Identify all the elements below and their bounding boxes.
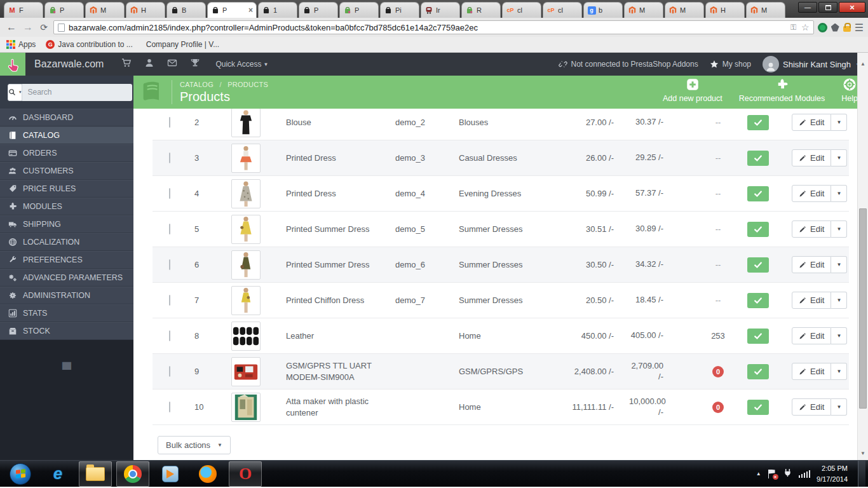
- browser-tab[interactable]: MF: [4, 2, 43, 18]
- table-row[interactable]: 8LeatherHome450.00 /-405.00 /-253Edit▼: [153, 318, 849, 354]
- status-enabled-button[interactable]: [747, 115, 769, 130]
- status-enabled-button[interactable]: [747, 186, 769, 201]
- key-icon[interactable]: ⚿: [790, 23, 796, 32]
- table-row[interactable]: 2Blousedemo_2Blouses27.00 /-30.37 /---Ed…: [153, 109, 849, 140]
- add-new-product-button[interactable]: Add new product: [663, 78, 722, 103]
- status-enabled-button[interactable]: [747, 364, 769, 379]
- browser-tab[interactable]: M: [85, 2, 125, 18]
- browser-tab[interactable]: cPcl: [502, 2, 541, 18]
- edit-dropdown-button[interactable]: ▼: [831, 220, 847, 238]
- browser-tab[interactable]: cPcl: [543, 2, 582, 18]
- edit-button[interactable]: Edit: [792, 185, 831, 202]
- edit-button[interactable]: Edit: [792, 114, 831, 131]
- row-checkbox[interactable]: [169, 259, 170, 270]
- table-row[interactable]: 9GSM/GPRS TTL UART MODEM-SIM900AGSM/GPRS…: [153, 354, 849, 390]
- sidebar-item-stats[interactable]: STATS: [0, 304, 133, 322]
- url-field[interactable]: bazarwale.com/admin2185/index.php?contro…: [53, 20, 814, 34]
- product-photo[interactable]: [231, 109, 261, 137]
- taskbar-internet-explorer[interactable]: e: [41, 461, 74, 487]
- product-photo[interactable]: [231, 250, 261, 280]
- edit-button[interactable]: Edit: [792, 256, 831, 273]
- taskbar-media-player[interactable]: [154, 461, 187, 487]
- scrollbar-thumb[interactable]: [859, 208, 867, 409]
- forward-button[interactable]: →: [22, 22, 34, 33]
- status-enabled-button[interactable]: [747, 222, 769, 237]
- breadcrumb-catalog[interactable]: CATALOG: [180, 81, 214, 88]
- chrome-menu-icon[interactable]: ☰: [855, 22, 863, 34]
- edit-dropdown-button[interactable]: ▼: [831, 292, 847, 309]
- row-checkbox[interactable]: [169, 402, 170, 412]
- tab-close-icon[interactable]: ×: [248, 6, 253, 15]
- status-enabled-button[interactable]: [747, 151, 769, 166]
- browser-tab[interactable]: M: [746, 2, 785, 18]
- bookmark-item[interactable]: GJava contribution to ...: [46, 40, 132, 49]
- table-row[interactable]: 4Printed Dressdemo_4Evening Dresses50.99…: [153, 176, 849, 212]
- sidebar-item-dashboard[interactable]: DASHBOARD: [0, 109, 133, 126]
- scroll-down-arrow[interactable]: ▼: [858, 449, 868, 459]
- edit-button[interactable]: Edit: [792, 363, 831, 380]
- table-row[interactable]: 6Printed Summer Dressdemo_6Summer Dresse…: [153, 247, 849, 283]
- row-checkbox[interactable]: [169, 330, 170, 341]
- reload-button[interactable]: ⟳: [38, 22, 50, 32]
- table-row[interactable]: 7Printed Chiffon Dressdemo_7Summer Dress…: [153, 283, 849, 318]
- edit-button[interactable]: Edit: [792, 149, 831, 166]
- status-enabled-button[interactable]: [747, 293, 769, 308]
- apps-shortcut[interactable]: Apps: [6, 40, 36, 49]
- edit-dropdown-button[interactable]: ▼: [831, 327, 847, 344]
- lock-extension-icon[interactable]: [843, 26, 851, 32]
- action-center-flag-icon[interactable]: ×: [768, 470, 776, 478]
- product-photo[interactable]: [231, 179, 261, 208]
- product-photo[interactable]: [231, 286, 261, 315]
- sidebar-item-stock[interactable]: STOCK: [0, 322, 133, 340]
- taskbar-firefox[interactable]: [191, 461, 224, 487]
- taskbar-opera[interactable]: O: [229, 461, 262, 487]
- product-photo[interactable]: [231, 215, 261, 244]
- edit-dropdown-button[interactable]: ▼: [831, 398, 847, 416]
- browser-tab[interactable]: P×: [207, 2, 257, 18]
- product-photo[interactable]: [231, 144, 261, 173]
- maximize-button[interactable]: [818, 2, 837, 13]
- edit-button[interactable]: Edit: [792, 398, 831, 416]
- status-enabled-button[interactable]: [747, 400, 769, 415]
- row-checkbox[interactable]: [169, 188, 170, 199]
- status-enabled-button[interactable]: [747, 329, 769, 344]
- brand-name[interactable]: Bazarwale.com: [34, 58, 104, 70]
- taskbar-chrome[interactable]: [116, 461, 149, 487]
- browser-tab[interactable]: P: [339, 2, 379, 18]
- browser-tab[interactable]: 1: [258, 2, 297, 18]
- network-signal-icon[interactable]: [799, 470, 811, 478]
- taskbar-clock[interactable]: 2:05 PM 9/17/2014: [817, 463, 851, 484]
- my-shop-link[interactable]: My shop: [710, 60, 751, 69]
- bookmark-star-icon[interactable]: ☆: [801, 22, 810, 32]
- edit-dropdown-button[interactable]: ▼: [831, 114, 847, 131]
- close-button[interactable]: ×: [839, 2, 865, 13]
- sidebar-item-orders[interactable]: ORDERS: [0, 144, 133, 162]
- sidebar-item-advanced-parameters[interactable]: ADVANCED PARAMETERS: [0, 269, 133, 287]
- extension-icon[interactable]: [831, 24, 839, 32]
- browser-tab[interactable]: P: [299, 2, 338, 18]
- taskbar-file-explorer[interactable]: [79, 461, 112, 487]
- bulk-actions-button[interactable]: Bulk actions ▼: [158, 436, 231, 454]
- sidebar-item-modules[interactable]: MODULES: [0, 198, 133, 215]
- back-button[interactable]: ←: [5, 22, 18, 33]
- envelope-icon[interactable]: [161, 58, 184, 71]
- page-scrollbar[interactable]: ▲ ▼: [857, 53, 868, 460]
- edit-dropdown-button[interactable]: ▼: [831, 149, 847, 166]
- browser-tab[interactable]: Pi: [380, 2, 419, 18]
- taskbar-start-button[interactable]: [4, 461, 37, 487]
- browser-tab[interactable]: M: [624, 2, 663, 18]
- sidebar-item-preferences[interactable]: PREFERENCES: [0, 251, 133, 269]
- scroll-up-arrow[interactable]: ▲: [858, 59, 868, 69]
- addons-status[interactable]: Not connected to PrestaShop Addons: [559, 60, 698, 69]
- sidebar-item-administration[interactable]: ADMINISTRATION: [0, 287, 133, 304]
- sidebar-collapse-icon[interactable]: ▬▬▬: [62, 360, 71, 460]
- sidebar-item-price-rules[interactable]: PRICE RULES: [0, 180, 133, 198]
- trophy-icon[interactable]: [184, 58, 207, 71]
- search-scope-button[interactable]: ▾: [8, 84, 22, 101]
- person-icon[interactable]: [138, 58, 161, 71]
- edit-button[interactable]: Edit: [792, 292, 831, 309]
- browser-tab[interactable]: P: [44, 2, 84, 18]
- sidebar-item-catalog[interactable]: CATALOG: [0, 126, 133, 144]
- green-circle-extension-icon[interactable]: [818, 23, 827, 32]
- help-button[interactable]: Help: [841, 78, 858, 103]
